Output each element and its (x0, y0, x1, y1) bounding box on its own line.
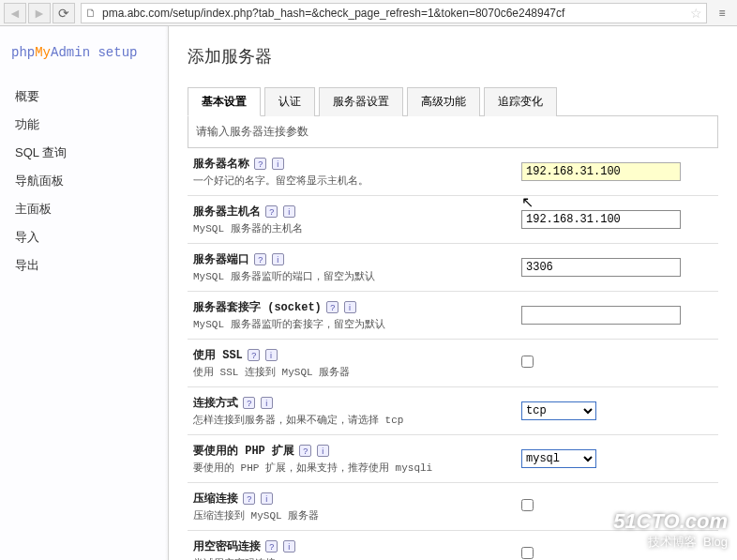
help-icon[interactable]: ? (254, 158, 266, 170)
tab-auth[interactable]: 认证 (264, 87, 315, 116)
sidebar-item-mainpanel[interactable]: 主面板 (11, 195, 157, 223)
row-connection: 连接方式 ? i 怎样连接到服务器，如果不确定，请选择 tcp tcp (188, 387, 718, 435)
help-port: MySQL 服务器监听的端口，留空为默认 (193, 269, 510, 283)
label-port: 服务器端口 (193, 253, 249, 266)
info-icon[interactable]: i (272, 253, 284, 265)
select-connection[interactable]: tcp (521, 401, 596, 420)
help-nopassword: 尝试用空密码连接 (193, 556, 510, 560)
sidebar-nav: 概要 功能 SQL 查询 导航面板 主面板 导入 导出 (11, 83, 157, 280)
info-icon[interactable]: i (317, 445, 329, 457)
menu-button[interactable]: ≡ (711, 3, 733, 23)
label-socket: 服务器套接字 (socket) (193, 301, 322, 314)
help-server-name: 一个好记的名字。留空将显示主机名。 (193, 174, 510, 188)
info-icon[interactable]: i (261, 492, 273, 505)
row-port: 服务器端口 ? i MySQL 服务器监听的端口，留空为默认 (188, 244, 718, 292)
tab-basic[interactable]: 基本设置 (188, 87, 261, 116)
sidebar-item-features[interactable]: 功能 (11, 111, 157, 139)
help-extension: 要使用的 PHP 扩展，如果支持，推荐使用 mysqli (193, 461, 510, 475)
help-socket: MySQL 服务器监听的套接字，留空为默认 (193, 317, 510, 331)
row-socket: 服务器套接字 (socket) ? i MySQL 服务器监听的套接字，留空为默… (188, 292, 718, 340)
url-text: pma.abc.com/setup/index.php?tab_hash=&ch… (102, 7, 686, 20)
row-host: 服务器主机名 ? i MySQL 服务器的主机名 (188, 196, 718, 244)
forward-button[interactable]: ► (28, 3, 51, 23)
input-server-name[interactable] (521, 162, 681, 181)
help-icon[interactable]: ? (254, 253, 266, 265)
row-extension: 要使用的 PHP 扩展 ? i 要使用的 PHP 扩展，如果支持，推荐使用 my… (188, 435, 718, 483)
help-icon[interactable]: ? (265, 205, 278, 218)
tab-tracking[interactable]: 追踪变化 (484, 87, 557, 116)
help-icon[interactable]: ? (326, 301, 338, 313)
checkbox-compress[interactable] (521, 499, 534, 511)
select-extension[interactable]: mysql (521, 449, 596, 468)
label-compress: 压缩连接 (193, 492, 238, 506)
label-connection: 连接方式 (193, 397, 238, 410)
settings-form: 服务器名称 ? i 一个好记的名字。留空将显示主机名。 服务器主机名 ? i M… (188, 148, 718, 560)
sidebar-item-overview[interactable]: 概要 (11, 83, 157, 111)
browser-toolbar: ◄ ► ⟳ 🗋 pma.abc.com/setup/index.php?tab_… (0, 0, 737, 26)
info-icon[interactable]: i (344, 301, 356, 313)
sidebar-item-navpanel[interactable]: 导航面板 (11, 167, 157, 195)
checkbox-nopassword[interactable] (521, 547, 534, 559)
help-ssl: 使用 SSL 连接到 MySQL 服务器 (193, 365, 510, 379)
info-icon[interactable]: i (272, 158, 284, 170)
info-icon[interactable]: i (283, 540, 295, 552)
help-compress: 压缩连接到 MySQL 服务器 (193, 508, 510, 522)
sidebar: phpMyAdmin setup 概要 功能 SQL 查询 导航面板 主面板 导… (0, 26, 169, 560)
bookmark-star-icon[interactable]: ☆ (690, 6, 702, 21)
info-icon[interactable]: i (261, 397, 273, 409)
help-icon[interactable]: ? (243, 397, 255, 409)
tab-server[interactable]: 服务器设置 (319, 87, 403, 116)
label-nopassword: 用空密码连接 (193, 540, 261, 553)
help-icon[interactable]: ? (265, 540, 278, 552)
help-connection: 怎样连接到服务器，如果不确定，请选择 tcp (193, 413, 510, 427)
reload-button[interactable]: ⟳ (53, 3, 75, 23)
sidebar-item-sql[interactable]: SQL 查询 (11, 139, 157, 167)
page-title: 添加服务器 (188, 45, 718, 68)
tab-bar: 基本设置 认证 服务器设置 高级功能 追踪变化 (188, 86, 718, 116)
info-icon[interactable]: i (265, 349, 278, 361)
input-host[interactable] (521, 210, 681, 229)
row-server-name: 服务器名称 ? i 一个好记的名字。留空将显示主机名。 (188, 148, 718, 196)
row-ssl: 使用 SSL ? i 使用 SSL 连接到 MySQL 服务器 (188, 340, 718, 387)
tab-description: 请输入服务器连接参数 (188, 116, 718, 148)
logo: phpMyAdmin setup (11, 45, 157, 60)
input-socket[interactable] (521, 306, 681, 325)
help-icon[interactable]: ? (243, 492, 255, 505)
info-icon[interactable]: i (283, 205, 295, 218)
watermark: 51CTO.com 技术博客 Blog (613, 509, 728, 551)
input-port[interactable] (521, 258, 681, 277)
help-host: MySQL 服务器的主机名 (193, 221, 510, 235)
tab-advanced[interactable]: 高级功能 (407, 87, 480, 116)
help-icon[interactable]: ? (248, 349, 260, 361)
main-content: 添加服务器 基本设置 认证 服务器设置 高级功能 追踪变化 请输入服务器连接参数… (169, 26, 737, 560)
sidebar-item-import[interactable]: 导入 (11, 223, 157, 251)
sidebar-item-export[interactable]: 导出 (11, 251, 157, 280)
address-bar[interactable]: 🗋 pma.abc.com/setup/index.php?tab_hash=&… (81, 3, 707, 23)
back-button[interactable]: ◄ (4, 3, 26, 23)
page-icon: 🗋 (85, 7, 98, 20)
label-ssl: 使用 SSL (193, 349, 243, 362)
label-extension: 要使用的 PHP 扩展 (193, 445, 294, 458)
help-icon[interactable]: ? (299, 445, 311, 457)
label-server-name: 服务器名称 (193, 158, 249, 171)
checkbox-ssl[interactable] (521, 356, 534, 368)
label-host: 服务器主机名 (193, 205, 261, 219)
